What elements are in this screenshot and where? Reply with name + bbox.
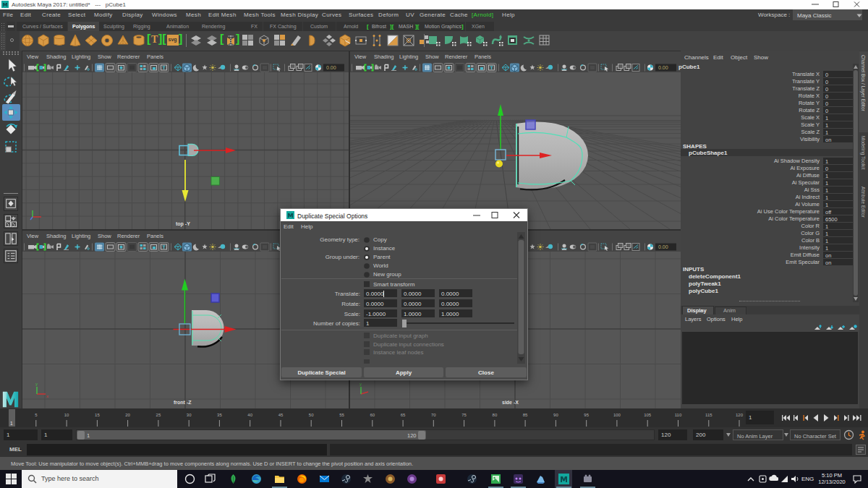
svg-text:100: 100	[613, 413, 621, 417]
svg-text:30: 30	[187, 413, 192, 417]
svg-text:110: 110	[675, 413, 682, 417]
svg-text:80: 80	[493, 413, 498, 417]
svg-text:15: 15	[95, 413, 100, 417]
svg-text:40: 40	[247, 413, 252, 417]
svg-text:70: 70	[431, 413, 436, 417]
svg-text:x: x	[46, 394, 48, 398]
svg-text:0.00: 0.00	[658, 244, 668, 249]
svg-text:y: y	[359, 382, 362, 386]
svg-text:65: 65	[401, 413, 406, 417]
svg-text:55: 55	[339, 413, 344, 417]
svg-text:90: 90	[553, 413, 558, 417]
svg-text:25: 25	[156, 413, 161, 417]
svg-text:y: y	[35, 382, 38, 386]
svg-text:5: 5	[35, 413, 38, 417]
svg-text:50: 50	[309, 413, 314, 417]
svg-text:60: 60	[370, 413, 375, 417]
svg-text:105: 105	[644, 413, 652, 417]
svg-text:115: 115	[705, 413, 712, 417]
svg-text:0.00: 0.00	[658, 65, 668, 70]
svg-text:45: 45	[278, 413, 284, 417]
svg-text:20: 20	[125, 413, 130, 417]
svg-text:120: 120	[736, 413, 744, 417]
svg-text:0.00: 0.00	[326, 65, 336, 70]
svg-text:95: 95	[584, 413, 589, 417]
svg-text:35: 35	[217, 413, 222, 417]
svg-text:10: 10	[64, 413, 69, 417]
svg-text:75: 75	[461, 413, 467, 417]
svg-text:1: 1	[10, 421, 13, 426]
svg-text:85: 85	[523, 413, 528, 417]
